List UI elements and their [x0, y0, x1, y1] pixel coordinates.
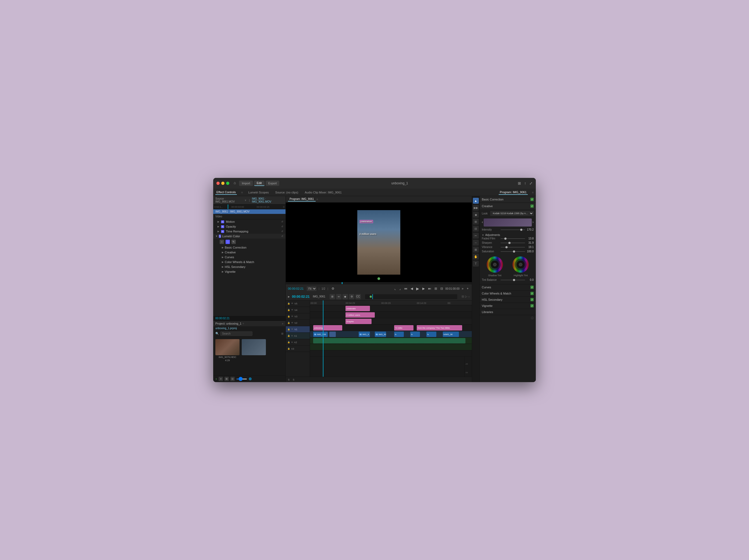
effect-time-remapping[interactable]: ▶ fx Time Remapping ↺ [213, 229, 285, 234]
lumetri-reset[interactable]: ↺ [281, 235, 283, 238]
clip-img90a[interactable]: fx IMG_90 [375, 332, 386, 337]
look-select[interactable]: Kodak S218 Kodak 2395 (by A... [490, 211, 534, 216]
add-marker-btn[interactable]: ◆ [343, 294, 348, 299]
tab-audio-clip-mixer[interactable]: Audio Clip Mixer: IMG_9061 [303, 190, 343, 195]
clip-celebratio[interactable]: celebratio [345, 306, 370, 311]
lock-a3[interactable]: 🔒 [287, 348, 290, 350]
lock-v2[interactable]: 🔒 [287, 322, 290, 324]
import-button[interactable]: Import [239, 181, 253, 186]
mark-out-btn[interactable]: ⌟ [398, 286, 402, 291]
creative-toggle[interactable]: ✓ [531, 204, 534, 208]
rate-stretch-tool[interactable]: ⊟ [473, 226, 479, 232]
track-select-tool[interactable]: ▶▶ [473, 205, 479, 211]
faded-film-track[interactable] [500, 238, 525, 239]
lock-v4[interactable]: 🔒 [287, 309, 290, 311]
clip-selected[interactable] [329, 332, 336, 337]
lumetri-color-header[interactable]: ▼ fx Lumetri Color ↺ [213, 234, 285, 239]
import-icon[interactable]: ⊞ [281, 332, 283, 335]
add-item-icon[interactable]: + [215, 377, 217, 381]
tab-lumetri-scopes[interactable]: Lumetri Scopes [247, 190, 270, 195]
grid-view-btn[interactable]: ⊞ [224, 377, 229, 381]
highlight-tint-svg[interactable] [512, 256, 529, 273]
clip-unboxing[interactable]: unboxing [313, 325, 342, 331]
razor-tool[interactable]: ✂ [473, 233, 479, 239]
basic-correction-header[interactable]: Basic Correction ✓ [479, 196, 536, 203]
sub-effect-vignette[interactable]: ▶ Vignette [213, 269, 285, 274]
export-button[interactable]: Export [265, 181, 280, 186]
prproj-file[interactable]: unboxing_1.prproj [213, 326, 285, 330]
intensity-thumb[interactable] [520, 229, 522, 231]
vibrance-track[interactable] [500, 247, 525, 247]
timeline-menu[interactable]: ▶ [288, 295, 290, 298]
rolling-edit-tool[interactable]: ⊞ [473, 219, 479, 225]
skip-back-btn[interactable]: ⏮ [403, 286, 408, 291]
vibrance-thumb[interactable] [506, 246, 508, 248]
prev-thumb-right[interactable]: › [532, 220, 534, 224]
prev-thumb-left[interactable]: ‹ [482, 220, 483, 224]
program-tab-menu[interactable]: ≡ [317, 198, 318, 201]
clip-img90e[interactable]: fx IMG_90 [443, 332, 459, 337]
skip-fwd-btn[interactable]: ⏭ [427, 286, 432, 291]
motion-reset[interactable]: ↺ [281, 220, 283, 223]
vis-v1[interactable]: 👁 [291, 328, 293, 331]
clip-from-company[interactable]: from the company:"The Two Millio [417, 325, 462, 331]
hsl-secondary-toggle[interactable]: ✓ [531, 298, 534, 301]
vis-v5[interactable]: 👁 [291, 302, 293, 305]
snap-btn[interactable]: ⊞ [329, 294, 335, 299]
more-controls-btn[interactable]: » [461, 286, 465, 291]
filter-icon[interactable]: ⊟ [462, 295, 464, 298]
step-fwd-btn[interactable]: ▶ [421, 286, 426, 291]
effect-motion[interactable]: ▶ fx Motion ↺ [213, 219, 285, 224]
lock-v3[interactable]: 🔒 [287, 315, 290, 318]
section-hsl-secondary[interactable]: HSL Secondary ✓ [479, 297, 536, 303]
effect-opacity[interactable]: ▶ fx Opacity ↺ [213, 224, 285, 229]
captions-btn[interactable]: CC [356, 294, 361, 299]
sharpen-track[interactable] [500, 243, 525, 243]
settings-icon[interactable]: ⊞ [518, 181, 521, 185]
vis-v2[interactable]: 👁 [291, 322, 293, 324]
sub-effect-curves[interactable]: ▶ Curves [213, 255, 285, 260]
home-icon[interactable]: ⌂ [234, 181, 236, 186]
section-color-wheels[interactable]: Color Wheels & Match ✓ [479, 290, 536, 297]
lift-icon[interactable]: ↑ [468, 295, 470, 298]
tab-source[interactable]: Source: (no clips) [274, 190, 299, 195]
sub-effect-basic-correction[interactable]: ▶ Basic Correction [213, 245, 285, 250]
clip-graphic[interactable]: Graphic [345, 319, 371, 324]
minimize-button[interactable] [221, 182, 224, 185]
scrub-bar[interactable] [286, 282, 472, 284]
overwrite-btn[interactable]: ⊟ [439, 286, 444, 291]
step-back-btn[interactable]: ◀ [409, 286, 414, 291]
project-expand[interactable]: » [282, 322, 283, 325]
search-input[interactable] [220, 331, 253, 336]
maximize-button[interactable] [226, 182, 229, 185]
fit-select[interactable]: Fit [307, 287, 317, 291]
clip-img90b[interactable]: fx [394, 332, 404, 337]
creative-header[interactable]: Creative ✓ [479, 203, 536, 209]
slip-tool[interactable]: ↔ [473, 240, 479, 246]
type-tool[interactable]: T [473, 261, 479, 267]
lumetri-icon-pen[interactable]: ✎ [232, 240, 236, 244]
mark-in-btn[interactable]: ⌞ [393, 286, 397, 291]
push-icon[interactable]: ▷ [465, 295, 467, 298]
clip-2millio[interactable]: "2 millio [394, 325, 413, 331]
sharpen-thumb[interactable] [508, 242, 511, 244]
vis-v3[interactable]: 👁 [291, 315, 293, 318]
opacity-reset[interactable]: ↺ [281, 225, 283, 228]
insert-btn[interactable]: ⊞ [433, 286, 438, 291]
color-wheels-toggle[interactable]: ✓ [531, 292, 534, 295]
clip-img9[interactable]: fx IMG_9 [359, 332, 370, 337]
info-icon[interactable]: ⓘ [531, 317, 534, 319]
lock-a1[interactable]: 🔒 [287, 335, 290, 337]
basic-correction-toggle[interactable]: ✓ [531, 198, 534, 201]
vis-v4[interactable]: 👁 [291, 309, 293, 311]
lumetri-icon-circle[interactable]: ○ [220, 240, 224, 244]
saturation-thumb[interactable] [513, 250, 515, 252]
shadow-tint-svg[interactable] [486, 256, 504, 273]
sub-effect-color-wheels[interactable]: ▶ Color Wheels & Match [213, 260, 285, 264]
add-btn[interactable]: + [466, 286, 470, 291]
intensity-track[interactable] [500, 229, 525, 230]
sub-effect-creative[interactable]: ▶ Creative [213, 250, 285, 255]
tab-effect-controls[interactable]: Effect Controls [215, 190, 237, 195]
tint-balance-thumb[interactable] [513, 279, 515, 281]
lock-v5[interactable]: 🔒 [287, 302, 290, 305]
